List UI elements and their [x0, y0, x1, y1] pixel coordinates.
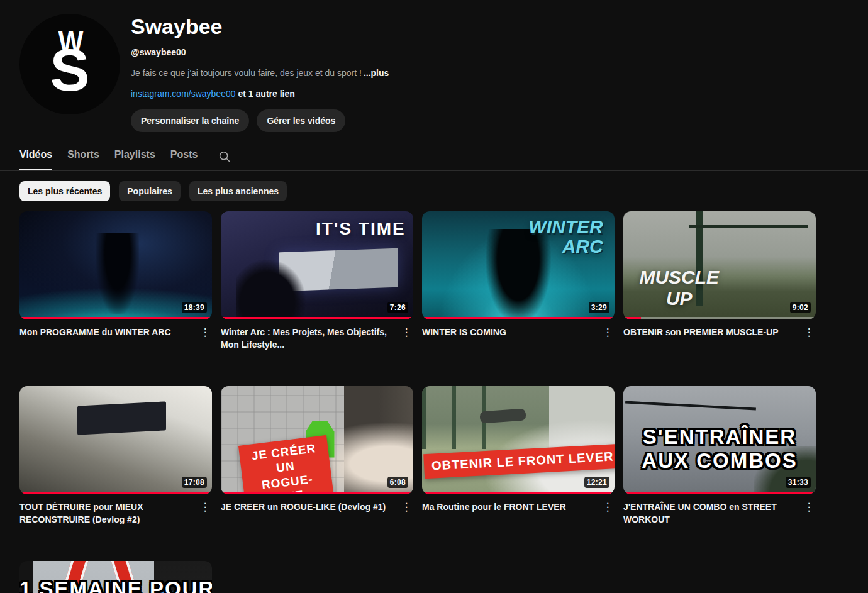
duration-badge: 17:08	[182, 477, 207, 488]
thumbnail-overlay-text: S'ENTRAÎNER AUX COMBOS	[623, 425, 816, 473]
channel-page: W S Swaybee @swaybee00 Je fais ce que j'…	[0, 0, 868, 593]
video-meta-row: Ma Routine pour le FRONT LEVER ⋮	[422, 501, 615, 514]
video-menu-button[interactable]: ⋮	[802, 501, 816, 514]
video-thumbnail[interactable]: OBTENIR LE FRONT LEVER 12:21	[422, 386, 615, 494]
video-title[interactable]: Winter Arc : Mes Projets, Mes Objectifs,…	[221, 326, 397, 351]
video-thumbnail[interactable]: S'ENTRAÎNER AUX COMBOS 31:33	[623, 386, 816, 494]
filter-chip-oldest[interactable]: Les plus anciennes	[189, 181, 287, 201]
kebab-menu-icon: ⋮	[401, 326, 412, 338]
video-meta-row: Winter Arc : Mes Projets, Mes Objectifs,…	[221, 326, 413, 351]
video-thumbnail[interactable]: WINTER ARC 3:29	[422, 211, 615, 319]
video-card: S'ENTRAÎNER AUX COMBOS 31:33 J'ENTRAÎNE …	[623, 386, 816, 526]
video-thumbnail[interactable]: 1 SEMAINE POUR	[19, 561, 212, 593]
video-menu-button[interactable]: ⋮	[399, 501, 413, 514]
channel-links: instagram.com/swaybee00et 1 autre lien	[131, 89, 389, 99]
video-thumbnail[interactable]: 17:08	[19, 386, 212, 494]
kebab-menu-icon: ⋮	[200, 326, 211, 338]
video-card: IT'S TIME 7:26 Winter Arc : Mes Projets,…	[221, 211, 413, 351]
video-grid: 18:39 Mon PROGRAMME du WINTER ARC ⋮ IT'S…	[0, 211, 868, 593]
thumbnail-overlay-text: MUSCLE UP	[631, 267, 727, 310]
channel-avatar[interactable]: W S	[19, 14, 120, 114]
watch-progress-track	[19, 492, 212, 494]
search-button[interactable]	[213, 150, 231, 170]
tab-list: VidéosShortsPlaylistsPosts	[19, 149, 198, 170]
duration-badge: 18:39	[182, 302, 207, 313]
watch-progress-track	[221, 317, 413, 319]
channel-name: Swaybee	[131, 14, 389, 39]
filter-chip-popular[interactable]: Populaires	[119, 181, 181, 201]
watch-progress-track	[422, 492, 615, 494]
watch-progress-fill	[19, 317, 212, 319]
channel-header: W S Swaybee @swaybee00 Je fais ce que j'…	[0, 0, 868, 132]
video-title[interactable]: J'ENTRAÎNE UN COMBO en STREET WORKOUT	[623, 501, 799, 526]
watch-progress-track	[422, 317, 615, 319]
video-card: WINTER ARC 3:29 WINTER IS COMING ⋮	[422, 211, 615, 351]
tab-playlists[interactable]: Playlists	[114, 149, 155, 170]
thumbnail-overlay-text: OBTENIR LE FRONT LEVER	[423, 444, 615, 479]
search-icon	[218, 150, 231, 163]
video-card: JE CRÉER UN ROGUE-LIKE 6:08 JE CREER un …	[221, 386, 413, 526]
video-thumbnail[interactable]: IT'S TIME 7:26	[221, 211, 413, 319]
video-thumbnail[interactable]: 18:39	[19, 211, 212, 319]
tab-shorts[interactable]: Shorts	[67, 149, 99, 170]
video-meta-row: WINTER IS COMING ⋮	[422, 326, 615, 340]
video-thumbnail[interactable]: MUSCLE UP 9:02	[623, 211, 816, 319]
thumbnail-overlay-text: IT'S TIME	[316, 219, 406, 239]
video-menu-button[interactable]: ⋮	[198, 501, 212, 514]
channel-link-suffix[interactable]: et 1 autre lien	[238, 89, 295, 99]
kebab-menu-icon: ⋮	[804, 501, 815, 513]
thumbnail-overlay-text: JE CRÉER UN ROGUE-LIKE	[238, 435, 335, 494]
duration-badge: 31:33	[786, 477, 811, 488]
channel-handle: @swaybee00	[131, 47, 389, 57]
video-title[interactable]: WINTER IS COMING	[422, 326, 598, 338]
channel-tabs: VidéosShortsPlaylistsPosts	[0, 149, 868, 171]
video-meta-row: J'ENTRAÎNE UN COMBO en STREET WORKOUT ⋮	[623, 501, 816, 526]
video-title[interactable]: OBTENIR son PREMIER MUSCLE-UP	[623, 326, 799, 338]
video-title[interactable]: TOUT DÉTRUIRE pour MIEUX RECONSTRUIRE (D…	[19, 501, 196, 526]
watch-progress-fill	[221, 317, 413, 319]
channel-description-text: Je fais ce que j'ai toujours voulu faire…	[131, 68, 362, 78]
duration-badge: 7:26	[387, 302, 408, 313]
customize-channel-button[interactable]: Personnaliser la chaîne	[131, 109, 249, 132]
video-title[interactable]: Mon PROGRAMME du WINTER ARC	[19, 326, 196, 338]
watch-progress-track	[623, 492, 816, 494]
manage-videos-button[interactable]: Gérer les vidéos	[257, 109, 345, 132]
kebab-menu-icon: ⋮	[401, 501, 412, 513]
kebab-menu-icon: ⋮	[603, 501, 613, 513]
duration-badge: 6:08	[387, 477, 408, 488]
video-menu-button[interactable]: ⋮	[802, 326, 816, 340]
video-menu-button[interactable]: ⋮	[601, 501, 615, 514]
thumbnail-overlay-text: WINTER ARC	[515, 217, 603, 257]
kebab-menu-icon: ⋮	[200, 501, 211, 513]
video-meta-row: Mon PROGRAMME du WINTER ARC ⋮	[19, 326, 212, 340]
video-menu-button[interactable]: ⋮	[399, 326, 413, 340]
video-card: OBTENIR LE FRONT LEVER 12:21 Ma Routine …	[422, 386, 615, 526]
video-meta-row: TOUT DÉTRUIRE pour MIEUX RECONSTRUIRE (D…	[19, 501, 212, 526]
video-menu-button[interactable]: ⋮	[601, 326, 615, 340]
watch-progress-fill	[19, 492, 212, 494]
watch-progress-track	[19, 317, 212, 319]
video-thumbnail[interactable]: JE CRÉER UN ROGUE-LIKE 6:08	[221, 386, 413, 494]
watch-progress-fill	[623, 492, 816, 494]
channel-description[interactable]: Je fais ce que j'ai toujours voulu faire…	[131, 68, 389, 78]
tab-posts[interactable]: Posts	[170, 149, 198, 170]
video-title[interactable]: Ma Routine pour le FRONT LEVER	[422, 501, 598, 513]
tab-videos[interactable]: Vidéos	[19, 149, 52, 170]
watch-progress-track	[221, 492, 413, 494]
video-title[interactable]: JE CREER un ROGUE-LIKE (Devlog #1)	[221, 501, 397, 513]
duration-badge: 3:29	[589, 302, 609, 313]
video-meta-row: OBTENIR son PREMIER MUSCLE-UP ⋮	[623, 326, 816, 340]
video-meta-row: JE CREER un ROGUE-LIKE (Devlog #1) ⋮	[221, 501, 413, 514]
channel-meta: Swaybee @swaybee00 Je fais ce que j'ai t…	[131, 14, 389, 132]
channel-external-link[interactable]: instagram.com/swaybee00	[131, 89, 236, 99]
filter-chip-recent[interactable]: Les plus récentes	[19, 181, 110, 201]
video-menu-button[interactable]: ⋮	[198, 326, 212, 340]
description-more-link[interactable]: ...plus	[364, 68, 389, 78]
video-card: 1 SEMAINE POUR	[19, 561, 212, 593]
kebab-menu-icon: ⋮	[603, 326, 613, 338]
kebab-menu-icon: ⋮	[804, 326, 815, 338]
duration-badge: 9:02	[790, 302, 811, 313]
channel-actions: Personnaliser la chaîne Gérer les vidéos	[131, 109, 389, 132]
video-card: 17:08 TOUT DÉTRUIRE pour MIEUX RECONSTRU…	[19, 386, 212, 526]
watch-progress-track	[623, 317, 816, 319]
